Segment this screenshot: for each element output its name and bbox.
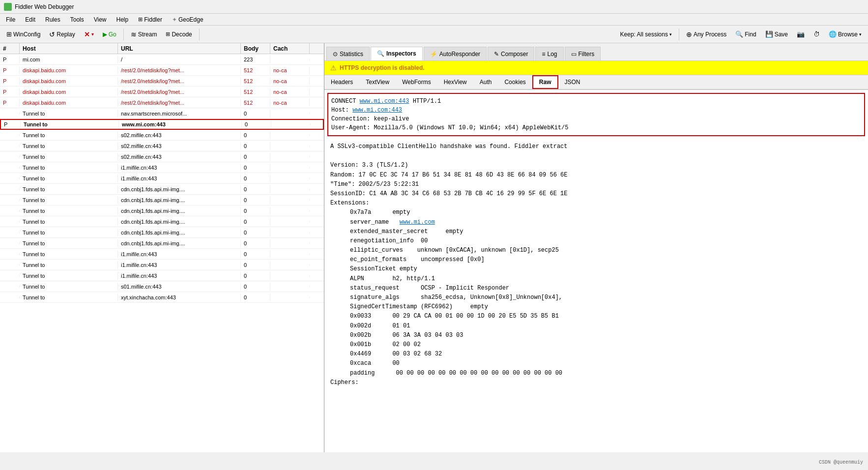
menu-fiddler[interactable]: ⊞ Fiddler: [136, 15, 164, 24]
menu-view[interactable]: View: [92, 15, 109, 24]
main-content: # Host URL Body Cach P mi.com / 223 P di…: [0, 43, 868, 452]
menu-geoedge[interactable]: ✦ GeoEdge: [170, 15, 205, 24]
winconfig-icon: ⊞: [6, 30, 12, 38]
toolbar-sep3: [679, 29, 679, 40]
tab-autoresponder[interactable]: ⚡ AutoResponder: [424, 47, 487, 60]
request-raw-box: CONNECT www.mi.com:443 HTTP/1.1 Host: ww…: [327, 93, 865, 136]
inspector-tab-auth[interactable]: Auth: [473, 75, 498, 89]
table-row[interactable]: Tunnel to cdn.cnbj1.fds.api.mi-img.... 0: [0, 184, 324, 195]
header-cache: Cach: [270, 43, 310, 54]
table-row[interactable]: Tunnel to nav.smartscreen.microsof... 0: [0, 108, 324, 119]
table-row[interactable]: P diskapi.baidu.com /rest/2.0/netdisk/lo…: [0, 65, 324, 76]
table-row[interactable]: Tunnel to cdn.cnbj1.fds.api.mi-img.... 0: [0, 195, 324, 206]
statistics-icon: ⊙: [333, 51, 338, 58]
host-link[interactable]: www.mi.com:443: [352, 107, 402, 114]
menu-rules[interactable]: Rules: [43, 15, 62, 24]
tab-composer[interactable]: ✎ Composer: [488, 47, 534, 60]
inspector-tab-json[interactable]: JSON: [558, 75, 587, 89]
connect-link[interactable]: www.mi.com:443: [360, 98, 409, 105]
https-warning-bar: ⚠ HTTPS decryption is disabled.: [324, 61, 868, 75]
tab-statistics[interactable]: ⊙ Statistics: [326, 47, 370, 60]
table-row[interactable]: Tunnel to i1.mifile.cn:443 0: [0, 270, 324, 281]
ssl-content: A SSLv3-compatible ClientHello handshake…: [324, 139, 868, 390]
go-icon: ▶: [103, 31, 107, 38]
browse-icon: 🌐: [829, 30, 837, 38]
browse-dropdown-icon: ▾: [859, 32, 862, 37]
toolbar-sep1: [123, 29, 124, 40]
table-row[interactable]: Tunnel to cdn.cnbj1.fds.api.mi-img.... 0: [0, 216, 324, 227]
replay-button[interactable]: ↺ Replay: [46, 28, 78, 41]
title-bar: Fiddler Web Debugger: [0, 0, 868, 14]
stream-icon: ≋: [131, 30, 137, 38]
menu-bar: File Edit Rules Tools View Help ⊞ Fiddle…: [0, 14, 868, 26]
find-icon: 🔍: [735, 30, 743, 38]
table-row[interactable]: Tunnel to s02.mifile.cn:443 0: [0, 130, 324, 141]
table-row[interactable]: P Tunnel to www.mi.com:443 0: [0, 119, 324, 130]
save-button[interactable]: 💾 Save: [762, 28, 791, 41]
decode-button[interactable]: ⊞ Decode: [162, 28, 195, 41]
tab-filters[interactable]: ▭ Filters: [565, 47, 601, 60]
right-panel-tabs: ⊙ Statistics 🔍 Inspectors ⚡ AutoResponde…: [324, 43, 868, 61]
right-panel: ⊙ Statistics 🔍 Inspectors ⚡ AutoResponde…: [324, 43, 868, 452]
app-icon: [4, 3, 12, 11]
inspector-tab-raw[interactable]: Raw: [532, 75, 558, 89]
title-bar-text: Fiddler Web Debugger: [15, 3, 74, 10]
camera-icon: 📷: [797, 30, 805, 38]
toolbar-sep2: [199, 29, 200, 40]
browse-button[interactable]: 🌐 Browse ▾: [825, 28, 865, 41]
tab-log[interactable]: ≡ Log: [535, 47, 563, 60]
stream-button[interactable]: ≋ Stream: [127, 28, 161, 41]
log-icon: ≡: [542, 51, 545, 58]
tab-inspectors[interactable]: 🔍 Inspectors: [371, 47, 423, 60]
table-row[interactable]: Tunnel to cdn.cnbj1.fds.api.mi-img.... 0: [0, 206, 324, 216]
camera-button[interactable]: 📷: [793, 28, 808, 41]
table-row[interactable]: Tunnel to i1.mifile.cn:443 0: [0, 162, 324, 173]
table-row[interactable]: Tunnel to i1.mifile.cn:443 0: [0, 249, 324, 260]
autoresponder-icon: ⚡: [430, 51, 437, 58]
inspector-tabs: Headers TextView WebForms HexView Auth C…: [324, 75, 868, 90]
table-row[interactable]: Tunnel to i1.mifile.cn:443 0: [0, 173, 324, 184]
menu-tools[interactable]: Tools: [68, 15, 86, 24]
keep-sessions-button[interactable]: Keep: All sessions ▾: [617, 28, 675, 41]
remove-button[interactable]: ✕ ▾: [81, 28, 97, 41]
menu-edit[interactable]: Edit: [23, 15, 37, 24]
header-url: URL: [118, 43, 241, 54]
inspector-tab-hexview[interactable]: HexView: [437, 75, 473, 89]
any-process-button[interactable]: ⊕ Any Process: [683, 28, 730, 41]
go-button[interactable]: ▶ Go: [99, 28, 120, 41]
content-area[interactable]: CONNECT www.mi.com:443 HTTP/1.1 Host: ww…: [324, 90, 868, 452]
filters-icon: ▭: [571, 51, 577, 58]
winconfig-button[interactable]: ⊞ WinConfig: [3, 28, 44, 41]
menu-help[interactable]: Help: [115, 15, 131, 24]
inspector-tab-webforms[interactable]: WebForms: [396, 75, 437, 89]
toolbar: ⊞ WinConfig ↺ Replay ✕ ▾ ▶ Go ≋ Stream ⊞…: [0, 26, 868, 43]
warning-icon: ⚠: [330, 64, 337, 72]
header-protocol: #: [0, 43, 20, 54]
remove-icon: ✕: [84, 30, 90, 38]
inspectors-icon: 🔍: [377, 50, 384, 57]
table-row[interactable]: Tunnel to s01.mifile.cn:443 0: [0, 281, 324, 292]
table-row[interactable]: Tunnel to s02.mifile.cn:443 0: [0, 141, 324, 151]
keep-dropdown-icon: ▾: [669, 32, 672, 37]
inspector-tab-cookies[interactable]: Cookies: [498, 75, 532, 89]
table-row[interactable]: P diskapi.baidu.com /rest/2.0/netdisk/lo…: [0, 97, 324, 108]
table-row[interactable]: Tunnel to cdn.cnbj1.fds.api.mi-img.... 0: [0, 238, 324, 249]
table-row[interactable]: Tunnel to cdn.cnbj1.fds.api.mi-img.... 0: [0, 227, 324, 238]
replay-icon: ↺: [49, 30, 55, 38]
server-name-link[interactable]: www.mi.com: [400, 219, 435, 226]
table-row[interactable]: P mi.com / 223: [0, 54, 324, 65]
header-body: Body: [241, 43, 270, 54]
session-list: P mi.com / 223 P diskapi.baidu.com /rest…: [0, 54, 324, 452]
session-header: # Host URL Body Cach: [0, 43, 324, 54]
save-icon: 💾: [765, 30, 773, 38]
table-row[interactable]: Tunnel to s02.mifile.cn:443 0: [0, 151, 324, 162]
find-button[interactable]: 🔍 Find: [732, 28, 759, 41]
table-row[interactable]: P diskapi.baidu.com /rest/2.0/netdisk/lo…: [0, 76, 324, 87]
inspector-tab-headers[interactable]: Headers: [324, 75, 359, 89]
table-row[interactable]: Tunnel to xyt.xinchacha.com:443 0: [0, 292, 324, 303]
table-row[interactable]: P diskapi.baidu.com /rest/2.0/netdisk/lo…: [0, 87, 324, 97]
table-row[interactable]: Tunnel to i1.mifile.cn:443 0: [0, 260, 324, 270]
inspector-tab-textview[interactable]: TextView: [359, 75, 396, 89]
timer-button[interactable]: ⏱: [810, 28, 823, 41]
menu-file[interactable]: File: [4, 15, 17, 24]
